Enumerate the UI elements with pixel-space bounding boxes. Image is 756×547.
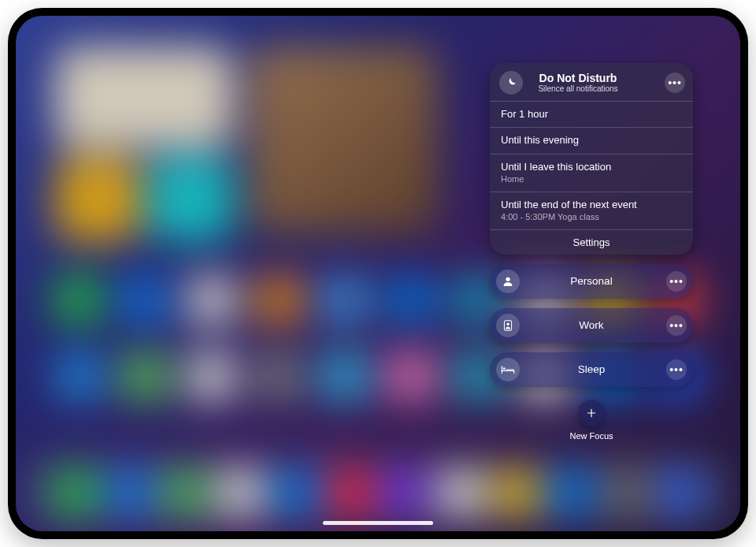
dnd-option-event[interactable]: Until the end of the next event 4:00 - 5… bbox=[490, 192, 693, 229]
focus-label: Sleep bbox=[490, 363, 693, 375]
dnd-subtitle: Silence all notifications bbox=[499, 84, 657, 94]
new-focus-label: New Focus bbox=[569, 431, 613, 441]
dnd-header: Do Not Disturb Silence all notifications… bbox=[490, 63, 693, 101]
svg-point-2 bbox=[506, 322, 509, 325]
dnd-settings-label: Settings bbox=[573, 236, 610, 248]
plus-icon bbox=[585, 407, 598, 419]
svg-point-0 bbox=[506, 277, 510, 281]
dnd-option-label: Until this evening bbox=[501, 134, 579, 146]
screen: Do Not Disturb Silence all notifications… bbox=[16, 16, 740, 531]
dnd-option-sublabel: Home bbox=[501, 174, 682, 185]
dnd-settings-button[interactable]: Settings bbox=[490, 229, 693, 255]
dnd-option-label: Until the end of the next event bbox=[501, 199, 637, 210]
new-focus-button[interactable] bbox=[578, 400, 605, 426]
focus-pill-personal[interactable]: Personal ••• bbox=[490, 264, 693, 299]
focus-pill-work[interactable]: Work ••• bbox=[490, 308, 693, 343]
dnd-option-label: For 1 hour bbox=[501, 108, 548, 120]
focus-control-panel: Do Not Disturb Silence all notifications… bbox=[490, 63, 693, 441]
focus-label: Work bbox=[490, 319, 693, 331]
dnd-option-evening[interactable]: Until this evening bbox=[490, 127, 693, 153]
dnd-option-sublabel: 4:00 - 5:30PM Yoga class bbox=[501, 212, 682, 223]
badge-icon bbox=[496, 314, 520, 337]
home-indicator[interactable] bbox=[323, 521, 433, 525]
new-focus: New Focus bbox=[490, 400, 693, 441]
dnd-more-button[interactable]: ••• bbox=[665, 73, 685, 93]
dnd-option-label: Until I leave this location bbox=[501, 161, 611, 173]
dnd-option-1hour[interactable]: For 1 hour bbox=[490, 101, 693, 127]
focus-more-button[interactable]: ••• bbox=[666, 359, 687, 380]
do-not-disturb-card: Do Not Disturb Silence all notifications… bbox=[490, 63, 693, 255]
ellipsis-icon: ••• bbox=[668, 76, 682, 89]
focus-pill-sleep[interactable]: Sleep ••• bbox=[490, 352, 693, 387]
person-icon bbox=[496, 270, 520, 293]
ipad-device-frame: Do Not Disturb Silence all notifications… bbox=[8, 8, 748, 539]
ellipsis-icon: ••• bbox=[669, 275, 684, 288]
focus-label: Personal bbox=[490, 275, 693, 287]
ellipsis-icon: ••• bbox=[669, 319, 684, 332]
focus-more-button[interactable]: ••• bbox=[666, 315, 687, 336]
ellipsis-icon: ••• bbox=[669, 363, 684, 376]
dnd-option-location[interactable]: Until I leave this location Home bbox=[490, 154, 693, 192]
focus-more-button[interactable]: ••• bbox=[666, 271, 687, 292]
dnd-title: Do Not Disturb bbox=[499, 72, 657, 84]
dnd-title-block: Do Not Disturb Silence all notifications bbox=[499, 72, 657, 94]
bed-icon bbox=[496, 358, 520, 381]
